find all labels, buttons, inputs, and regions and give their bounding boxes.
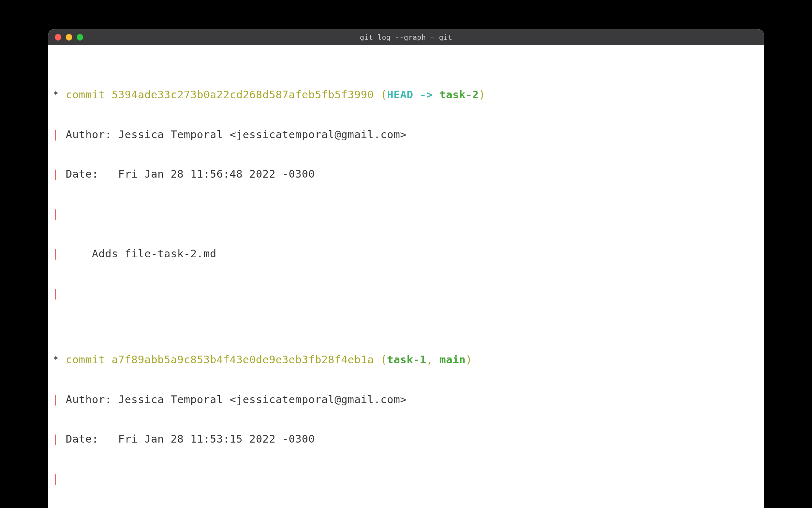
comma: , — [426, 353, 440, 366]
graph-pipe: | — [53, 208, 59, 220]
paren-open: ( — [374, 353, 387, 366]
commit-line: * commit 5394ade33c273b0a22cd268d587afeb… — [48, 88, 764, 101]
paren-open: ( — [374, 88, 387, 101]
minimize-icon[interactable] — [66, 34, 72, 41]
message-line: | Adds file-task-2.md — [48, 247, 764, 260]
traffic-lights — [55, 34, 83, 41]
author-line: | Author: Jessica Temporal <jessicatempo… — [48, 128, 764, 141]
date-line: | Date: Fri Jan 28 11:56:48 2022 -0300 — [48, 167, 764, 181]
commit-hash: 5394ade33c273b0a22cd268d587afeb5fb5f3990 — [112, 88, 374, 101]
graph-star: * — [53, 353, 59, 366]
graph-pipe: | — [53, 287, 59, 300]
terminal-window: git log --graph — git * commit 5394ade33… — [48, 29, 764, 508]
graph-pipe: | — [53, 473, 59, 485]
date-text: Date: Fri Jan 28 11:56:48 2022 -0300 — [59, 168, 315, 180]
commit-message: Adds file-task-2.md — [59, 247, 217, 260]
close-icon[interactable] — [55, 34, 61, 41]
blank-line: | — [48, 472, 764, 485]
blank-line: | — [48, 207, 764, 220]
branch-name: main — [440, 353, 466, 366]
head-ref: HEAD -> — [387, 88, 440, 101]
author-text: Author: Jessica Temporal <jessicatempora… — [59, 128, 407, 141]
graph-pipe: | — [53, 128, 59, 141]
date-line: | Date: Fri Jan 28 11:53:15 2022 -0300 — [48, 432, 764, 446]
commit-keyword: commit — [59, 353, 112, 366]
author-line: | Author: Jessica Temporal <jessicatempo… — [48, 393, 764, 406]
branch-name: task-1 — [387, 353, 426, 366]
author-text: Author: Jessica Temporal <jessicatempora… — [59, 393, 407, 406]
graph-pipe: | — [53, 247, 59, 260]
commit-line: * commit a7f89abb5a9c853b4f43e0de9e3eb3f… — [48, 353, 764, 366]
paren-close: ) — [479, 88, 485, 101]
graph-pipe: | — [53, 433, 59, 445]
graph-pipe: | — [53, 393, 59, 406]
commit-hash: a7f89abb5a9c853b4f43e0de9e3eb3fb28f4eb1a — [112, 353, 374, 366]
graph-pipe: | — [53, 168, 59, 180]
terminal-content[interactable]: * commit 5394ade33c273b0a22cd268d587afeb… — [48, 45, 764, 508]
window-title: git log --graph — git — [360, 33, 452, 42]
blank-line: | — [48, 287, 764, 300]
branch-name: task-2 — [440, 88, 479, 101]
commit-keyword: commit — [59, 88, 112, 101]
graph-star: * — [53, 88, 59, 101]
date-text: Date: Fri Jan 28 11:53:15 2022 -0300 — [59, 433, 315, 445]
maximize-icon[interactable] — [77, 34, 83, 41]
paren-close: ) — [466, 353, 472, 366]
title-bar: git log --graph — git — [48, 29, 764, 45]
